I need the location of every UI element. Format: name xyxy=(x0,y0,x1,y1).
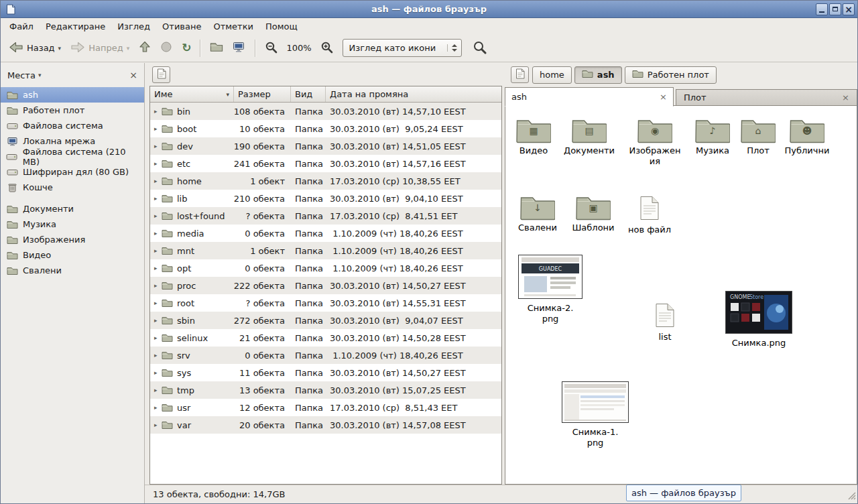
icon-item-list[interactable]: list xyxy=(637,302,693,342)
path-button-home[interactable]: home xyxy=(532,66,572,84)
table-row[interactable]: ▸etc241 обектаПапка30.03.2010 (вт) 14,57… xyxy=(150,155,501,172)
search-button[interactable] xyxy=(469,38,491,59)
column-header-size[interactable]: Размер xyxy=(234,86,291,102)
back-button[interactable]: Назад ▾ xyxy=(5,39,65,58)
table-row[interactable]: ▸tmp13 обектаПапка30.03.2010 (вт) 15,07,… xyxy=(150,381,501,399)
table-row[interactable]: ▸selinux21 обектаПапка30.03.2010 (вт) 14… xyxy=(150,329,501,346)
sidebar-item-volume-210mb[interactable]: Файлова система (210 MB) xyxy=(1,149,144,164)
icon-item-documents[interactable]: ▤Документи xyxy=(561,117,617,156)
expander-icon[interactable]: ▸ xyxy=(154,195,162,202)
sidebar-item-desktop[interactable]: Работен плот xyxy=(1,103,144,118)
expander-icon[interactable]: ▸ xyxy=(154,247,162,254)
table-row[interactable]: ▸bin108 обектаПапка30.03.2010 (вт) 14,57… xyxy=(150,103,501,120)
expander-icon[interactable]: ▸ xyxy=(154,300,162,306)
expander-icon[interactable]: ▸ xyxy=(154,422,162,428)
notes-page-button[interactable] xyxy=(152,66,170,83)
expander-icon[interactable]: ▸ xyxy=(154,317,162,324)
tab-ash[interactable]: ash× xyxy=(505,87,674,107)
expander-icon[interactable]: ▸ xyxy=(154,160,162,167)
icon-item-snimka[interactable]: GNOMEStoreСнимка.png xyxy=(721,291,796,349)
icon-item-downloads[interactable]: ↓Свалени xyxy=(509,194,566,233)
icon-view[interactable]: ▦Видео▤Документи◉Изображен ия♪Музика⌂Пло… xyxy=(505,105,857,485)
sidebar-item-pictures[interactable]: Изображения xyxy=(1,232,144,247)
reload-button[interactable]: ↻ xyxy=(178,40,195,56)
table-row[interactable]: ▸proc222 обектаПапка30.03.2010 (вт) 14,5… xyxy=(150,277,501,294)
sidebar-item-ash[interactable]: ash xyxy=(1,87,144,103)
path-button-desktop[interactable]: Работен плот xyxy=(625,66,717,84)
sidebar-title[interactable]: Места xyxy=(7,70,36,80)
table-row[interactable]: ▸var20 обектаПапка30.03.2010 (вт) 14,57,… xyxy=(150,416,501,434)
expander-icon[interactable]: ▸ xyxy=(154,265,162,271)
icon-item-snimka-1[interactable]: Снимка-1. png xyxy=(558,381,633,448)
expander-icon[interactable]: ▸ xyxy=(154,178,162,184)
column-header-name[interactable]: Име▾ xyxy=(150,86,234,102)
expander-icon[interactable]: ▸ xyxy=(154,125,162,132)
close-button[interactable]: × xyxy=(843,3,855,15)
icon-item-pictures[interactable]: ◉Изображен ия xyxy=(627,117,683,166)
table-row[interactable]: ▸usr12 обектаПапка17.03.2010 (ср) 8,51,4… xyxy=(150,399,501,416)
window-list-tooltip[interactable]: ash — файлов браузър xyxy=(626,485,741,501)
expander-icon[interactable]: ▸ xyxy=(154,404,162,411)
icon-item-templates[interactable]: ▣Шаблони xyxy=(565,194,621,233)
expander-icon[interactable]: ▸ xyxy=(154,212,162,219)
sidebar-item-trash[interactable]: Кошче xyxy=(1,180,144,195)
expander-icon[interactable]: ▸ xyxy=(154,143,162,149)
menu-item[interactable]: Изглед xyxy=(111,19,156,34)
column-header-type[interactable]: Вид xyxy=(291,86,326,102)
tab-close-icon[interactable]: × xyxy=(842,92,849,103)
home-button[interactable] xyxy=(206,39,227,57)
icon-item-snimka-2[interactable]: GUADECСнимка-2. png xyxy=(513,255,588,324)
expander-icon[interactable]: ▸ xyxy=(154,108,162,115)
menu-item[interactable]: Файл xyxy=(3,19,40,34)
table-row[interactable]: ▸root? обектаПапка30.03.2010 (вт) 14,55,… xyxy=(150,294,501,312)
expander-icon[interactable]: ▸ xyxy=(154,352,162,359)
table-row[interactable]: ▸dev190 обектаПапка30.03.2010 (вт) 14,51… xyxy=(150,137,501,155)
menu-item[interactable]: Отметки xyxy=(207,19,259,34)
table-row[interactable]: ▸mnt1 обектПапка 1.10.2009 (чт) 18,40,26… xyxy=(150,242,501,259)
back-dropdown-icon[interactable]: ▾ xyxy=(58,45,62,52)
sidebar-item-music[interactable]: Музика xyxy=(1,216,144,232)
view-mode-select[interactable]: Изглед като икони xyxy=(343,39,462,57)
expander-icon[interactable]: ▸ xyxy=(154,334,162,341)
path-button-ash[interactable]: ash xyxy=(574,66,622,84)
minimize-button[interactable] xyxy=(816,3,828,15)
column-header-date[interactable]: Дата на промяна xyxy=(326,86,501,102)
sidebar-item-filesystem[interactable]: Файлова система xyxy=(1,118,144,133)
icon-item-new-file[interactable]: нов файл xyxy=(621,194,678,235)
computer-button[interactable] xyxy=(229,39,250,58)
table-row[interactable]: ▸lib210 обектаПапка30.03.2010 (вт) 9,04,… xyxy=(150,190,501,207)
up-button[interactable] xyxy=(135,38,155,58)
sidebar-item-documents[interactable]: Документи xyxy=(1,201,144,216)
expander-icon[interactable]: ▸ xyxy=(154,369,162,376)
table-row[interactable]: ▸opt0 обектаПапка 1.10.2009 (чт) 18,40,2… xyxy=(150,259,501,277)
tab-close-icon[interactable]: × xyxy=(660,92,667,102)
spinner-arrows-icon[interactable] xyxy=(447,44,457,52)
zoom-out-button[interactable] xyxy=(261,38,282,58)
table-row[interactable]: ▸srv0 обектаПапка 1.10.2009 (чт) 18,40,2… xyxy=(150,346,501,364)
maximize-button[interactable] xyxy=(829,3,841,15)
icon-item-public[interactable]: ☻Публични xyxy=(779,117,835,156)
table-row[interactable]: ▸lost+found? обектаПапка17.03.2010 (ср) … xyxy=(150,207,501,225)
table-row[interactable]: ▸boot10 обектаПапка30.03.2010 (вт) 9,05,… xyxy=(150,120,501,137)
table-row[interactable]: ▸media0 обектаПапка 1.10.2009 (чт) 18,40… xyxy=(150,225,501,242)
menu-item[interactable]: Редактиране xyxy=(40,19,111,34)
sidebar-item-videos[interactable]: Видео xyxy=(1,247,144,263)
titlebar[interactable]: ash — файлов браузър × xyxy=(1,1,857,18)
forward-button[interactable]: Напред ▾ xyxy=(66,39,133,58)
tab-plot[interactable]: Плот× xyxy=(676,89,857,106)
notes-page-button-2[interactable] xyxy=(511,66,529,83)
sidebar-item-encrypted-80gb[interactable]: Шифриран дял (80 GB) xyxy=(1,164,144,180)
sidebar-item-downloads[interactable]: Свалени xyxy=(1,263,144,278)
menu-item[interactable]: Отиване xyxy=(156,19,207,34)
sidebar-close-icon[interactable]: × xyxy=(129,70,137,80)
expander-icon[interactable]: ▸ xyxy=(154,387,162,393)
expander-icon[interactable]: ▸ xyxy=(154,230,162,237)
icon-item-videos[interactable]: ▦Видео xyxy=(505,117,562,156)
resize-grip[interactable] xyxy=(847,491,856,502)
table-row[interactable]: ▸sys11 обектаПапка30.03.2010 (вт) 14,50,… xyxy=(150,364,501,381)
icon-item-desktop[interactable]: ⌂Плот xyxy=(730,117,786,156)
table-row[interactable]: ▸sbin272 обектаПапка30.03.2010 (вт) 9,04… xyxy=(150,312,501,329)
zoom-in-button[interactable] xyxy=(316,38,337,58)
menu-item[interactable]: Помощ xyxy=(259,19,304,34)
expander-icon[interactable]: ▸ xyxy=(154,282,162,289)
